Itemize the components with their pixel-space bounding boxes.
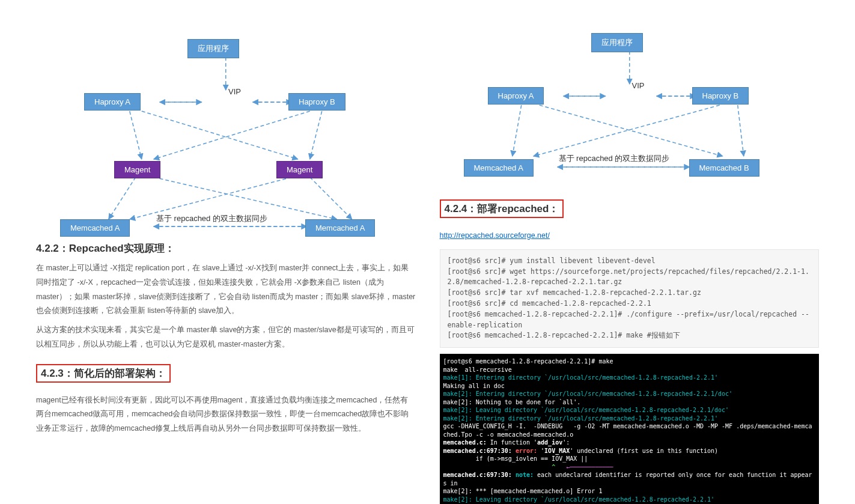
- label-vip: VIP: [228, 87, 241, 96]
- label-vip: VIP: [632, 81, 645, 90]
- box-memcached-b: Memcached B: [689, 159, 759, 177]
- svg-line-21: [539, 105, 722, 156]
- svg-line-9: [109, 177, 136, 219]
- svg-line-22: [737, 105, 743, 156]
- heading-423: 4.2.3：简化后的部署架构：: [36, 364, 171, 383]
- right-column: 应用程序 VIP Haproxy A Haproxy B 基于 repcache…: [440, 6, 820, 504]
- box-haproxy-b: Haproxy B: [288, 93, 345, 111]
- svg-line-20: [512, 105, 521, 156]
- link-repcached[interactable]: http://repcached.sourceforge.net/: [440, 231, 550, 240]
- box-memcached-b: Memcached A: [305, 219, 375, 237]
- left-column: 应用程序 VIP Haproxy A Haproxy B Magent Mage…: [36, 6, 416, 504]
- svg-line-5: [130, 111, 142, 159]
- box-haproxy-b: Haproxy B: [692, 87, 749, 105]
- diagram-full: 应用程序 VIP Haproxy A Haproxy B Magent Mage…: [36, 12, 416, 234]
- caption-repcached: 基于 repcached 的双主数据同步: [559, 153, 670, 164]
- box-haproxy-a: Haproxy A: [488, 87, 544, 105]
- para-422a: 在 master上可以通过 -X指定 replication port，在 sl…: [36, 261, 416, 318]
- svg-line-11: [310, 177, 352, 219]
- box-app: 应用程序: [187, 39, 239, 58]
- box-haproxy-a: Haproxy A: [84, 93, 141, 111]
- heading-424: 4.2.4：部署repcached：: [440, 199, 564, 218]
- svg-line-7: [310, 111, 322, 159]
- caption-repcached: 基于 repcached 的双主数据同步: [156, 213, 267, 224]
- box-memcached-a: Memcached A: [464, 159, 534, 177]
- box-magent-b: Magent: [276, 161, 323, 178]
- para-422b: 从这方案的技术实现来看，其实它是一个单 master单 slave的方案，但它的…: [36, 323, 416, 352]
- svg-line-23: [533, 105, 719, 156]
- svg-line-8: [154, 111, 310, 159]
- box-magent-a: Magent: [114, 161, 160, 178]
- box-app: 应用程序: [591, 33, 643, 52]
- svg-line-6: [142, 111, 298, 159]
- terminal-output: [root@s6 memcached-1.2.8-repcached-2.2.1…: [440, 354, 820, 504]
- heading-422: 4.2.2：Repcached实现原理：: [36, 241, 416, 255]
- para-423: magent已经有很长时间没有更新，因此可以不再使用magent，直接通过负载均…: [36, 393, 416, 436]
- code-block-install: [root@s6 src]# yum install libevent libe…: [440, 249, 820, 348]
- box-memcached-a: Memcached A: [60, 219, 130, 237]
- diagram-simplified: 应用程序 VIP Haproxy A Haproxy B 基于 repcache…: [440, 12, 820, 186]
